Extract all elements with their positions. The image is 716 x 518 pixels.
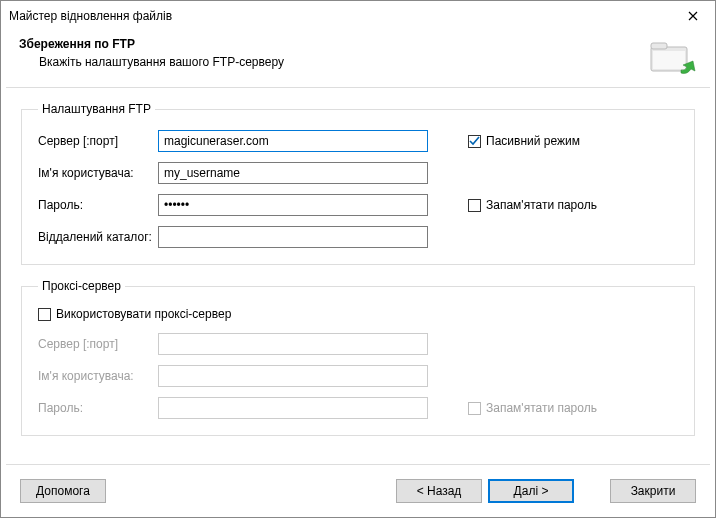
use-proxy-label: Використовувати проксі-сервер: [56, 307, 231, 321]
server-label: Сервер [:порт]: [38, 134, 158, 148]
passive-mode-label: Пасивний режим: [486, 134, 580, 148]
checkbox-icon: [468, 135, 481, 148]
proxy-legend: Проксі-сервер: [38, 279, 125, 293]
username-input[interactable]: [158, 162, 428, 184]
remember-password-checkbox[interactable]: Запам'ятати пароль: [468, 198, 597, 212]
password-label: Пароль:: [38, 198, 158, 212]
proxy-password-input: [158, 397, 428, 419]
window-title: Майстер відновлення файлів: [9, 9, 172, 23]
remote-dir-label: Віддалений каталог:: [38, 230, 158, 244]
checkbox-icon: [468, 402, 481, 415]
proxy-server-label: Сервер [:порт]: [38, 337, 158, 351]
titlebar: Майстер відновлення файлів: [1, 1, 715, 31]
close-button[interactable]: Закрити: [610, 479, 696, 503]
page-title: Збереження по FTP: [19, 37, 647, 51]
remember-password-label: Запам'ятати пароль: [486, 198, 597, 212]
ftp-settings-group: Налаштування FTP Сервер [:порт] Пасивний…: [21, 102, 695, 265]
proxy-remember-password-checkbox: Запам'ятати пароль: [468, 401, 597, 415]
proxy-username-label: Ім'я користувача:: [38, 369, 158, 383]
proxy-username-input: [158, 365, 428, 387]
proxy-server-input: [158, 333, 428, 355]
password-input[interactable]: [158, 194, 428, 216]
server-input[interactable]: [158, 130, 428, 152]
proxy-remember-password-label: Запам'ятати пароль: [486, 401, 597, 415]
next-button[interactable]: Далі >: [488, 479, 574, 503]
folder-upload-icon: [647, 37, 697, 77]
close-icon[interactable]: [679, 6, 707, 26]
proxy-settings-group: Проксі-сервер Використовувати проксі-сер…: [21, 279, 695, 436]
svg-rect-2: [653, 51, 685, 69]
wizard-window: Майстер відновлення файлів Збереження по…: [0, 0, 716, 518]
checkbox-icon: [468, 199, 481, 212]
proxy-password-label: Пароль:: [38, 401, 158, 415]
page-subtitle: Вкажіть налаштування вашого FTP-серверу: [19, 55, 647, 69]
username-label: Ім'я користувача:: [38, 166, 158, 180]
body: Налаштування FTP Сервер [:порт] Пасивний…: [1, 88, 715, 464]
back-button[interactable]: < Назад: [396, 479, 482, 503]
svg-rect-1: [651, 43, 667, 49]
header: Збереження по FTP Вкажіть налаштування в…: [1, 31, 715, 87]
remote-dir-input[interactable]: [158, 226, 428, 248]
checkbox-icon: [38, 308, 51, 321]
help-button[interactable]: Допомога: [20, 479, 106, 503]
passive-mode-checkbox[interactable]: Пасивний режим: [468, 134, 580, 148]
use-proxy-checkbox[interactable]: Використовувати проксі-сервер: [38, 307, 231, 321]
footer: Допомога < Назад Далі > Закрити: [6, 464, 710, 517]
ftp-legend: Налаштування FTP: [38, 102, 155, 116]
